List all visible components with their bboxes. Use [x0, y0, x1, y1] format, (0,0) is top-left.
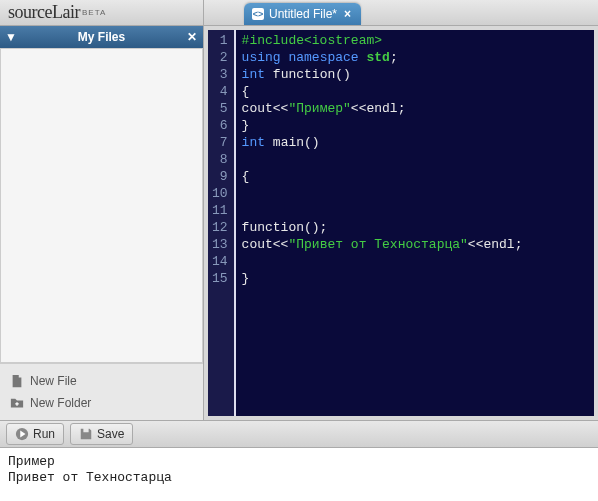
new-file-label: New File	[30, 374, 77, 388]
save-button[interactable]: Save	[70, 423, 133, 445]
tab-untitled[interactable]: <> Untitled File* ×	[244, 3, 361, 25]
logo-bar: sourceLair BETA	[0, 0, 203, 26]
beta-badge: BETA	[82, 8, 106, 17]
main-area: sourceLair BETA ▼ My Files ✕ New File Ne…	[0, 0, 598, 420]
run-label: Run	[33, 427, 55, 441]
logo: sourceLair	[8, 2, 80, 23]
file-tree[interactable]	[0, 48, 203, 363]
new-file-button[interactable]: New File	[10, 370, 193, 392]
sidebar-title: My Files	[22, 30, 181, 44]
run-button[interactable]: Run	[6, 423, 64, 445]
sidebar-actions: New File New Folder	[0, 363, 203, 420]
play-icon	[15, 427, 29, 441]
editor-panel: <> Untitled File* × 12345678910111213141…	[204, 0, 598, 420]
code-editor[interactable]: 123456789101112131415 #include<iostream>…	[208, 30, 594, 416]
line-gutter: 123456789101112131415	[208, 30, 236, 416]
save-icon	[79, 427, 93, 441]
left-panel: sourceLair BETA ▼ My Files ✕ New File Ne…	[0, 0, 204, 420]
editor-container: 123456789101112131415 #include<iostream>…	[204, 26, 598, 420]
close-icon[interactable]: ×	[342, 7, 353, 21]
code-content[interactable]: #include<iostream>using namespace std;in…	[236, 30, 529, 416]
new-file-icon	[10, 374, 24, 388]
new-folder-icon	[10, 396, 24, 410]
new-folder-button[interactable]: New Folder	[10, 392, 193, 414]
close-icon[interactable]: ✕	[181, 30, 203, 44]
save-label: Save	[97, 427, 124, 441]
collapse-icon[interactable]: ▼	[0, 30, 22, 44]
tab-label: Untitled File*	[269, 7, 337, 21]
output-console[interactable]: Пример Привет от Техностарца	[0, 448, 598, 501]
tab-bar: <> Untitled File* ×	[204, 0, 598, 26]
file-icon: <>	[252, 8, 264, 20]
toolbar: Run Save	[0, 420, 598, 448]
sidebar-header: ▼ My Files ✕	[0, 26, 203, 48]
new-folder-label: New Folder	[30, 396, 91, 410]
